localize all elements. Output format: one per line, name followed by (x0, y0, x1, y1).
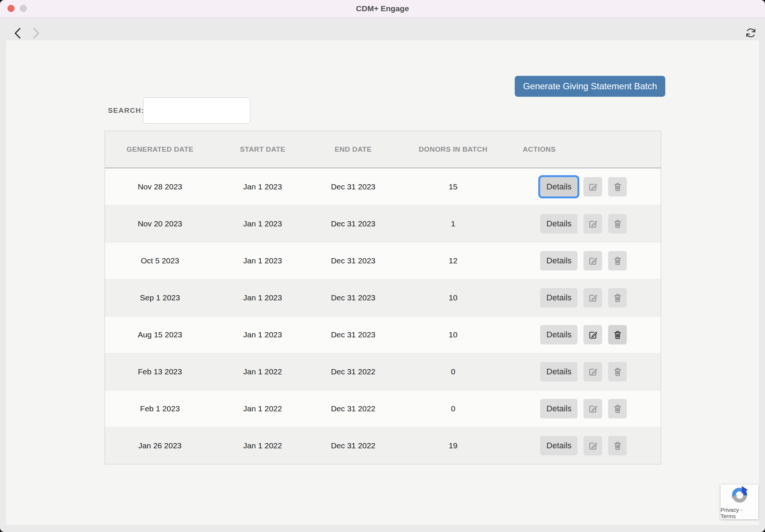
table-row: Nov 28 2023 Jan 1 2023 Dec 31 2023 15 De… (105, 168, 661, 205)
details-button[interactable]: Details (540, 436, 577, 455)
cell-start-date: Jan 1 2022 (215, 390, 310, 427)
edit-button[interactable] (583, 436, 602, 455)
delete-button[interactable] (608, 399, 627, 418)
app-window: CDM+ Engage Generate Giving Statement Ba… (0, 0, 765, 532)
main-content: Generate Giving Statement Batch SEARCH: … (6, 40, 759, 525)
recaptcha-privacy-terms[interactable]: Privacy - Terms (721, 507, 758, 519)
details-button[interactable]: Details (540, 399, 577, 418)
cell-end-date: Dec 31 2022 (310, 353, 396, 390)
cell-donors-in-batch: 10 (396, 279, 510, 316)
edit-icon (588, 404, 598, 414)
edit-icon (588, 330, 598, 340)
delete-button[interactable] (608, 214, 627, 233)
edit-icon (588, 293, 598, 303)
cell-generated-date: Nov 28 2023 (105, 168, 215, 205)
cell-actions: Details (510, 390, 661, 427)
cell-start-date: Jan 1 2023 (215, 242, 310, 279)
cell-donors-in-batch: 0 (396, 353, 510, 390)
recaptcha-badge[interactable]: Privacy - Terms (721, 485, 758, 519)
trash-icon (613, 293, 623, 303)
giving-statement-batches-table: GENERATED DATE START DATE END DATE DONOR… (105, 131, 661, 464)
table-row: Jan 26 2023 Jan 1 2022 Dec 31 2022 19 De… (105, 427, 661, 464)
header-start-date: START DATE (215, 131, 310, 168)
trash-icon (613, 256, 623, 266)
cell-actions: Details (510, 353, 661, 390)
cell-end-date: Dec 31 2022 (310, 427, 396, 464)
table-body: Nov 28 2023 Jan 1 2023 Dec 31 2023 15 De… (105, 168, 661, 464)
cell-donors-in-batch: 19 (396, 427, 510, 464)
cell-actions: Details (510, 316, 661, 353)
cell-generated-date: Sep 1 2023 (105, 279, 215, 316)
cell-donors-in-batch: 1 (396, 205, 510, 242)
details-button[interactable]: Details (540, 362, 577, 381)
details-button[interactable]: Details (540, 214, 577, 233)
details-button[interactable]: Details (540, 177, 577, 197)
trash-icon (613, 219, 623, 229)
cell-actions: Details (510, 205, 661, 242)
navigation-bar (0, 18, 765, 41)
delete-button[interactable] (608, 362, 627, 381)
table-row: Sep 1 2023 Jan 1 2023 Dec 31 2023 10 Det… (105, 279, 661, 316)
cell-end-date: Dec 31 2023 (310, 242, 396, 279)
details-button[interactable]: Details (540, 325, 577, 344)
details-button[interactable]: Details (540, 251, 577, 270)
edit-icon (588, 367, 598, 377)
header-donors-in-batch: DONORS IN BATCH (396, 131, 510, 168)
minimize-window-button[interactable] (20, 5, 27, 12)
edit-button[interactable] (583, 399, 602, 418)
search-input[interactable] (143, 98, 250, 124)
cell-start-date: Jan 1 2023 (215, 168, 310, 205)
close-window-button[interactable] (7, 5, 15, 12)
edit-button[interactable] (583, 251, 602, 270)
titlebar: CDM+ Engage (0, 0, 765, 18)
header-generated-date: GENERATED DATE (105, 131, 215, 168)
delete-button[interactable] (608, 436, 627, 455)
delete-button[interactable] (608, 251, 627, 270)
cell-end-date: Dec 31 2022 (310, 390, 396, 427)
trash-icon (613, 182, 623, 192)
delete-button[interactable] (608, 288, 627, 307)
refresh-button[interactable] (743, 26, 758, 41)
cell-end-date: Dec 31 2023 (310, 316, 396, 353)
refresh-icon (744, 26, 758, 40)
forward-button[interactable] (30, 27, 42, 40)
trash-icon (613, 367, 623, 377)
cell-donors-in-batch: 12 (396, 242, 510, 279)
table-row: Nov 20 2023 Jan 1 2023 Dec 31 2023 1 Det… (105, 205, 661, 242)
nav-arrows (12, 27, 42, 40)
chevron-left-icon (12, 27, 24, 40)
cell-donors-in-batch: 15 (396, 168, 510, 205)
edit-icon (588, 441, 598, 451)
header-end-date: END DATE (310, 131, 396, 168)
edit-button[interactable] (583, 214, 602, 233)
cell-actions: Details (510, 168, 661, 205)
delete-button[interactable] (608, 177, 627, 197)
cell-donors-in-batch: 0 (396, 390, 510, 427)
edit-button[interactable] (583, 362, 602, 381)
cell-donors-in-batch: 10 (396, 316, 510, 353)
back-button[interactable] (12, 27, 24, 40)
edit-icon (588, 256, 598, 266)
search-label: SEARCH: (94, 106, 144, 115)
cell-generated-date: Feb 13 2023 (105, 353, 215, 390)
cell-start-date: Jan 1 2022 (215, 353, 310, 390)
cell-generated-date: Jan 26 2023 (105, 427, 215, 464)
cell-actions: Details (510, 279, 661, 316)
table-row: Oct 5 2023 Jan 1 2023 Dec 31 2023 12 Det… (105, 242, 661, 279)
edit-button[interactable] (583, 288, 602, 307)
cell-end-date: Dec 31 2023 (310, 168, 396, 205)
cell-end-date: Dec 31 2023 (310, 205, 396, 242)
delete-button[interactable] (608, 325, 627, 344)
details-button[interactable]: Details (540, 288, 577, 307)
edit-button[interactable] (583, 325, 602, 344)
cell-generated-date: Aug 15 2023 (105, 316, 215, 353)
table-row: Aug 15 2023 Jan 1 2023 Dec 31 2023 10 De… (105, 316, 661, 353)
trash-icon (613, 441, 623, 451)
generate-giving-statement-batch-button[interactable]: Generate Giving Statement Batch (515, 76, 665, 97)
edit-button[interactable] (583, 177, 602, 197)
edit-icon (588, 219, 598, 229)
batches-table-container: GENERATED DATE START DATE END DATE DONOR… (105, 131, 661, 464)
cell-actions: Details (510, 242, 661, 279)
cell-generated-date: Feb 1 2023 (105, 390, 215, 427)
cell-generated-date: Nov 20 2023 (105, 205, 215, 242)
